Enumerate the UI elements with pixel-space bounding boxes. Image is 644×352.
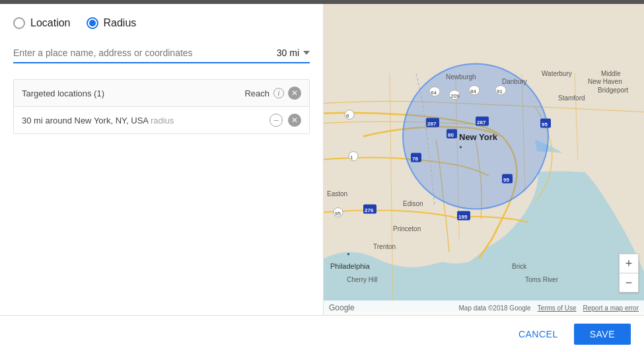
targeted-close-button[interactable]: ✕ (288, 87, 301, 100)
right-panel: New York ● Philadelphia ● Cherry Hill Tr… (324, 4, 644, 315)
svg-text:Newburgh: Newburgh (446, 73, 476, 81)
svg-text:95: 95 (542, 122, 548, 127)
reach-label: Reach (244, 88, 269, 98)
location-radio-option[interactable]: Location (13, 17, 71, 29)
radius-radio-option[interactable]: Radius (87, 17, 137, 29)
reach-section: Reach i ✕ (244, 87, 301, 100)
svg-text:6: 6 (346, 113, 349, 119)
svg-text:91: 91 (497, 88, 503, 94)
targeted-title: Targeted locations (1) (22, 88, 104, 98)
svg-text:Danbury: Danbury (502, 78, 527, 85)
radius-dropdown-arrow[interactable] (303, 51, 310, 55)
svg-text:78: 78 (412, 156, 418, 162)
location-remove-button[interactable]: − (269, 114, 283, 127)
radius-radio-circle (87, 17, 98, 29)
cancel-button[interactable]: CANCEL (508, 324, 569, 345)
svg-text:Middle: Middle (601, 70, 621, 77)
info-icon[interactable]: i (273, 88, 284, 98)
map-svg: New York ● Philadelphia ● Cherry Hill Tr… (324, 4, 644, 315)
svg-text:Edison: Edison (403, 200, 423, 207)
svg-text:Waterbury: Waterbury (542, 70, 572, 77)
main-content: Location Radius 30 mi Targeted locations… (0, 4, 644, 315)
search-row: 30 mi (13, 48, 310, 63)
svg-text:276: 276 (365, 207, 374, 213)
location-close-button[interactable]: ✕ (288, 114, 301, 127)
svg-text:Toms River: Toms River (525, 276, 559, 283)
svg-text:64: 64 (431, 90, 437, 96)
location-radio-circle (13, 17, 25, 29)
svg-text:●: ● (459, 144, 462, 150)
location-row: 30 mi around New York, NY, USA radius − … (14, 107, 309, 133)
radio-group: Location Radius (13, 17, 310, 29)
svg-text:Princeton: Princeton (393, 225, 421, 232)
svg-text:New York: New York (459, 132, 498, 142)
svg-text:Cherry Hill: Cherry Hill (347, 276, 378, 283)
svg-text:Stamford: Stamford (558, 94, 585, 102)
google-logo: Google (329, 303, 355, 312)
location-text-suffix: radius (151, 116, 174, 125)
svg-text:Easton: Easton (327, 190, 347, 197)
location-text-main: 30 mi around New York, NY, USA (22, 116, 148, 125)
location-radio-label: Location (30, 17, 71, 29)
map-zoom-controls: + − (619, 254, 639, 293)
map-container: New York ● Philadelphia ● Cherry Hill Tr… (324, 4, 644, 315)
radius-radio-label: Radius (104, 17, 137, 29)
svg-text:Philadelphia: Philadelphia (330, 262, 371, 270)
svg-text:Bridgeport: Bridgeport (598, 87, 628, 94)
map-terms[interactable]: Terms of Use (538, 304, 577, 312)
bottom-bar: CANCEL SAVE (0, 315, 644, 352)
targeted-header: Targeted locations (1) Reach i ✕ (14, 80, 309, 107)
save-button[interactable]: SAVE (574, 324, 631, 345)
svg-text:New Haven: New Haven (588, 78, 622, 85)
location-text: 30 mi around New York, NY, USA radius (22, 116, 174, 125)
search-input[interactable] (13, 48, 269, 58)
radius-control: 30 mi (277, 48, 310, 58)
map-attribution: Map data ©2018 Google (458, 304, 530, 312)
radius-unit: mi (289, 48, 299, 58)
targeted-locations-box: Targeted locations (1) Reach i ✕ 30 mi a… (13, 79, 310, 134)
left-panel: Location Radius 30 mi Targeted locations… (0, 4, 324, 315)
svg-text:Trenton: Trenton (373, 243, 396, 250)
map-footer: Google Map data ©2018 Google Terms of Us… (324, 300, 644, 315)
svg-text:95: 95 (335, 211, 341, 217)
svg-text:Brick: Brick (512, 263, 527, 270)
location-actions: − ✕ (269, 114, 301, 127)
svg-text:287: 287 (477, 120, 486, 125)
svg-text:95: 95 (503, 177, 509, 183)
svg-text:80: 80 (448, 132, 454, 138)
svg-text:287: 287 (427, 121, 437, 127)
radius-value: 30 (277, 48, 287, 58)
svg-text:195: 195 (458, 214, 468, 220)
zoom-in-button[interactable]: + (620, 254, 638, 273)
svg-text:209: 209 (450, 93, 460, 99)
svg-text:1: 1 (350, 155, 353, 160)
zoom-out-button[interactable]: − (620, 273, 638, 292)
map-report[interactable]: Report a map error (583, 304, 639, 312)
svg-text:●: ● (347, 251, 350, 257)
svg-text:84: 84 (470, 88, 476, 94)
